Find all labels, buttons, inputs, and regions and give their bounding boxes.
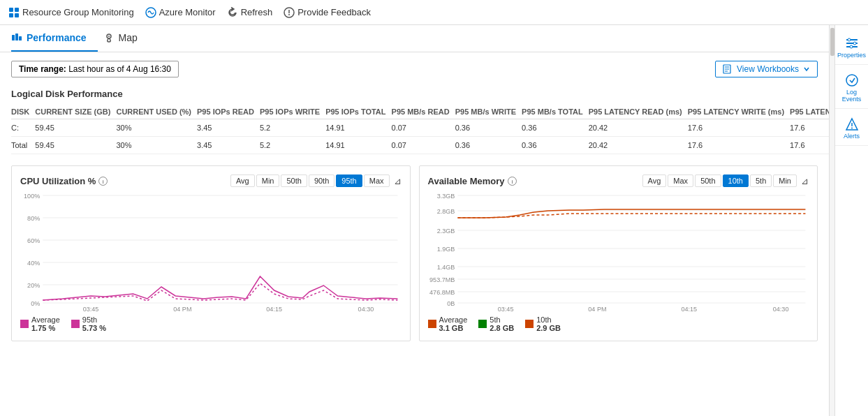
memory-chart-svg: 3.3GB 2.8GB 2.3GB 1.9GB 1.4GB 953.7MB 47… bbox=[428, 193, 809, 311]
mem-legend-5th-value: 2.8 GB bbox=[490, 324, 514, 332]
svg-text:100%: 100% bbox=[24, 193, 40, 200]
table-cell: 59.45 bbox=[35, 137, 116, 154]
col-mbs-total: P95 MB/s TOTAL bbox=[522, 105, 589, 119]
mem-btn-10th[interactable]: 10th bbox=[723, 174, 749, 187]
svg-text:04:15: 04:15 bbox=[266, 306, 282, 311]
toolbar: Time range: Last hour as of 4 Aug 16:30 … bbox=[11, 61, 818, 77]
top-bar: Resource Group Monitoring Azure Monitor … bbox=[0, 0, 868, 25]
svg-point-63 bbox=[846, 75, 858, 86]
feedback-icon bbox=[284, 7, 295, 18]
properties-button[interactable]: Properties bbox=[835, 31, 868, 65]
col-lat-write: P95 LATENCY WRITE (ms) bbox=[688, 105, 790, 119]
mem-legend-5th-color bbox=[478, 320, 487, 328]
mem-btn-5th[interactable]: 5th bbox=[750, 174, 772, 187]
mem-legend-avg: Average 3.1 GB bbox=[428, 315, 468, 332]
cpu-btn-max[interactable]: Max bbox=[364, 174, 390, 187]
memory-chart-header: Available Memory i Avg Max 5 bbox=[428, 174, 809, 187]
svg-rect-3 bbox=[15, 13, 19, 17]
grid-icon bbox=[8, 7, 20, 18]
disk-section: Logical Disk Performance DISK CURRENT SI… bbox=[11, 89, 818, 154]
svg-text:40%: 40% bbox=[27, 260, 40, 267]
cpu-btn-95th[interactable]: 95th bbox=[336, 174, 362, 187]
table-cell: 14.91 bbox=[325, 119, 391, 137]
table-cell: Total bbox=[11, 137, 35, 154]
table-cell: 20.42 bbox=[589, 119, 688, 137]
scrollbar[interactable] bbox=[829, 25, 834, 416]
col-mbs-read: P95 MB/s READ bbox=[392, 105, 455, 119]
memory-pin-icon[interactable]: ⊿ bbox=[801, 176, 809, 186]
refresh-item[interactable]: Refresh bbox=[227, 7, 273, 18]
log-events-button[interactable]: Log Events bbox=[835, 68, 868, 109]
properties-icon bbox=[845, 36, 859, 50]
table-cell: 14.91 bbox=[325, 137, 391, 154]
cpu-chart-buttons: Avg Min 50th 90th 95th Max bbox=[230, 174, 390, 187]
memory-chart-area: 3.3GB 2.8GB 2.3GB 1.9GB 1.4GB 953.7MB 47… bbox=[428, 193, 809, 311]
svg-text:2.8GB: 2.8GB bbox=[436, 208, 455, 215]
cpu-legend-avg-value: 1.75 % bbox=[31, 324, 60, 332]
table-row: Total59.4530%3.455.214.910.070.360.3620.… bbox=[11, 137, 829, 154]
table-cell: 0.36 bbox=[522, 137, 589, 154]
cpu-legend-95th-label: 95th bbox=[82, 315, 106, 324]
col-mbs-write: P95 MB/s WRITE bbox=[455, 105, 522, 119]
cpu-pin-icon[interactable]: ⊿ bbox=[394, 176, 402, 186]
cpu-btn-min[interactable]: Min bbox=[256, 174, 280, 187]
cpu-info-icon: i bbox=[98, 177, 108, 186]
monitor-icon bbox=[145, 7, 156, 18]
feedback-item[interactable]: Provide Feedback bbox=[284, 7, 371, 18]
mem-btn-max[interactable]: Max bbox=[668, 174, 693, 187]
svg-text:60%: 60% bbox=[27, 237, 40, 244]
cpu-chart-area: 100% 80% 60% 40% 20% 0% bbox=[20, 193, 402, 311]
tab-performance[interactable]: Performance bbox=[11, 25, 98, 52]
cpu-legend-avg-color bbox=[20, 320, 29, 328]
tabs-bar: Performance Map bbox=[0, 25, 829, 52]
table-cell: 17.6 bbox=[790, 137, 829, 154]
svg-text:04 PM: 04 PM bbox=[173, 306, 191, 311]
table-cell: 5.2 bbox=[260, 137, 325, 154]
tab-performance-label: Performance bbox=[27, 32, 87, 43]
mem-legend-10th-label: 10th bbox=[536, 315, 561, 324]
svg-text:2.3GB: 2.3GB bbox=[436, 228, 455, 235]
cpu-chart-title: CPU Utilization % i bbox=[20, 176, 108, 186]
mem-btn-min[interactable]: Min bbox=[773, 174, 797, 187]
azure-monitor-item[interactable]: Azure Monitor bbox=[145, 7, 216, 18]
content-inner: Time range: Last hour as of 4 Aug 16:30 … bbox=[0, 52, 829, 350]
feedback-label: Provide Feedback bbox=[297, 7, 371, 17]
cpu-chart-card: CPU Utilization % i Avg Min bbox=[11, 165, 411, 341]
time-range-button[interactable]: Time range: Last hour as of 4 Aug 16:30 bbox=[11, 61, 179, 77]
log-icon bbox=[845, 73, 859, 87]
mem-btn-50th[interactable]: 50th bbox=[695, 174, 721, 187]
svg-text:20%: 20% bbox=[27, 282, 40, 289]
svg-rect-8 bbox=[12, 35, 15, 40]
table-cell: 3.45 bbox=[197, 119, 260, 137]
svg-text:i: i bbox=[511, 179, 513, 185]
table-cell: 0.07 bbox=[392, 119, 455, 137]
table-cell: 20.42 bbox=[589, 137, 688, 154]
azure-monitor-label: Azure Monitor bbox=[159, 7, 216, 17]
memory-chart-card: Available Memory i Avg Max 5 bbox=[419, 165, 818, 341]
properties-label: Properties bbox=[837, 52, 866, 59]
right-sidebar: Properties Log Events Alerts bbox=[834, 25, 868, 416]
mem-btn-avg[interactable]: Avg bbox=[642, 174, 667, 187]
workbooks-icon bbox=[723, 64, 733, 74]
table-row: C:59.4530%3.455.214.910.070.360.3620.421… bbox=[11, 119, 829, 137]
svg-text:3.3GB: 3.3GB bbox=[436, 193, 455, 200]
alerts-button[interactable]: Alerts bbox=[835, 112, 868, 146]
cpu-btn-50th[interactable]: 50th bbox=[281, 174, 307, 187]
svg-text:03:45: 03:45 bbox=[497, 306, 513, 311]
view-workbooks-button[interactable]: View Workbooks bbox=[715, 61, 818, 77]
svg-text:04:30: 04:30 bbox=[772, 306, 788, 311]
resource-group-label: Resource Group Monitoring bbox=[22, 7, 134, 17]
cpu-legend-95th-color bbox=[71, 320, 80, 328]
cpu-btn-90th[interactable]: 90th bbox=[309, 174, 334, 187]
mem-legend-avg-label: Average bbox=[439, 315, 468, 324]
col-size: CURRENT SIZE (GB) bbox=[35, 105, 116, 119]
mem-legend-avg-value: 3.1 GB bbox=[439, 324, 468, 332]
table-header-row: DISK CURRENT SIZE (GB) CURRENT USED (%) … bbox=[11, 105, 829, 119]
cpu-legend-95th-value: 5.73 % bbox=[82, 324, 106, 332]
resource-group-item[interactable]: Resource Group Monitoring bbox=[8, 7, 134, 18]
memory-chart-buttons: Avg Max 50th 10th 5th Min bbox=[642, 174, 797, 187]
table-cell: 17.6 bbox=[688, 137, 790, 154]
tab-map[interactable]: Map bbox=[103, 25, 149, 52]
cpu-btn-avg[interactable]: Avg bbox=[230, 174, 255, 187]
svg-text:04 PM: 04 PM bbox=[588, 306, 606, 311]
